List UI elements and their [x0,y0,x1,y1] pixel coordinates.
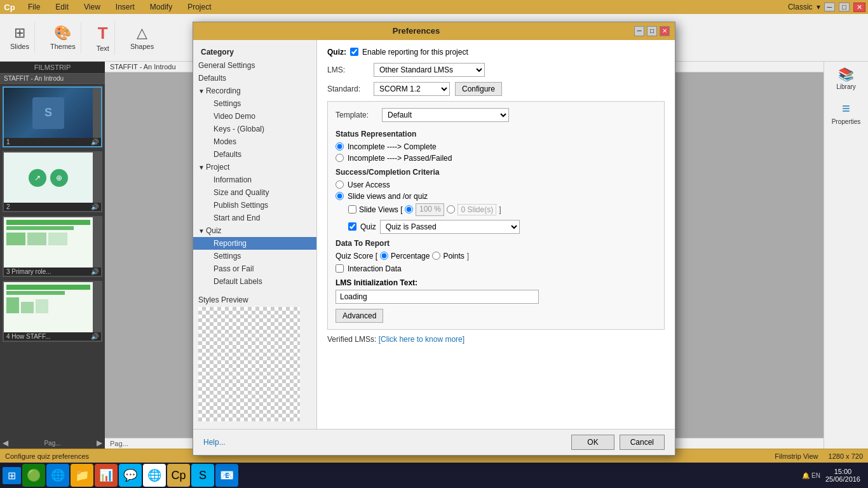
standard-row: Standard: SCORM 1.2 Configure [327,82,665,96]
tree-modes[interactable]: Modes [193,135,316,148]
menu-bar: Cp File Edit View Insert Modify Project … [0,0,868,14]
menu-file[interactable]: File [24,1,44,13]
success-title: Success/Completion Criteria [336,168,656,177]
quiz-dropdown[interactable]: Quiz is Passed [380,220,520,234]
taskbar-app-outlook[interactable]: 📧 [215,464,238,487]
tree-information[interactable]: Information [193,173,316,186]
dialog-maximize-btn[interactable]: □ [647,26,657,36]
tree-project[interactable]: ▼Project [193,161,316,173]
verified-lms-section: Verified LMSs: [Click here to know more] [327,335,665,344]
tree-start-end[interactable]: Start and End [193,212,316,224]
category-title: Category [193,45,316,59]
tree-size-quality[interactable]: Size and Quality [193,186,316,199]
lms-init-input[interactable] [336,290,539,304]
lms-init-label: LMS Initialization Text: [336,278,656,287]
maximize-btn[interactable]: □ [839,3,850,11]
taskbar-app-explorer[interactable]: 📁 [71,464,93,487]
close-btn[interactable]: ✕ [853,3,865,12]
dialog-title-bar: Preferences ─ □ ✕ [193,22,675,40]
slide-views-checkbox[interactable] [348,205,356,214]
score-pts-label: Points [443,252,464,261]
interaction-data-row: Interaction Data [336,264,656,273]
radio-ip-input[interactable] [336,154,344,162]
lms-select[interactable]: Other Standard LMSs [374,63,485,77]
tree-rec-defaults[interactable]: Defaults [193,148,316,161]
dialog-close-btn[interactable]: ✕ [660,26,670,36]
tree-publish-settings[interactable]: Publish Settings [193,199,316,212]
radio-sv-input[interactable] [336,192,344,200]
help-link[interactable]: Help... [203,438,226,447]
dialog-title: Preferences [198,26,634,36]
mode-label: Classic [788,3,813,11]
tree-default-labels[interactable]: Default Labels [193,275,316,288]
menu-edit[interactable]: Edit [51,1,72,13]
template-row: Template: Default [336,108,656,122]
radio-user-access: User Access [336,180,656,189]
advanced-row: Advanced [336,309,656,323]
radio-ua-input[interactable] [336,180,344,189]
lms-label: LMS: [327,65,369,74]
taskbar-app-captivate[interactable]: Cp [167,464,190,487]
taskbar-clock: 15:00 25/06/2016 [825,468,860,483]
menu-modify[interactable]: Modify [146,1,176,13]
taskbar-app-chrome[interactable]: 🌐 [143,464,166,487]
radio-ic-input[interactable] [336,142,344,151]
taskbar-app-ie[interactable]: 🌐 [46,464,69,487]
radio-sv-label: Slide views and /or quiz [348,192,428,201]
radio-incomplete-passed: Incomplete ----> Passed/Failed [336,154,656,163]
taskbar-app-store[interactable]: 🟢 [22,464,45,487]
tree-quiz[interactable]: ▼Quiz [193,224,316,237]
ok-button[interactable]: OK [571,435,614,450]
radio-ip-label: Incomplete ----> Passed/Failed [348,154,452,163]
tree-recording[interactable]: ▼Recording [193,85,316,97]
score-pts-radio[interactable] [432,252,440,260]
percent-value: 100 % [416,203,444,216]
template-label: Template: [336,111,377,119]
data-title: Data To Report [336,239,656,248]
sv-count-radio[interactable] [447,205,455,214]
minimize-btn[interactable]: ─ [824,3,836,11]
tree-pass-or-fail[interactable]: Pass or Fail [193,262,316,275]
tree-rec-settings[interactable]: Settings [193,97,316,110]
tree-reporting[interactable]: Reporting [193,237,316,250]
verified-lms-link[interactable]: [Click here to know more] [379,335,465,344]
menu-project[interactable]: Project [184,1,215,13]
score-pct-radio[interactable] [380,252,388,260]
project-arrow: ▼ [198,164,205,171]
sv-percent-radio[interactable] [405,205,413,214]
cancel-button[interactable]: Cancel [620,435,665,450]
score-bracket-close: ] [467,252,469,261]
dialog-body: Category General Settings Defaults ▼Reco… [193,40,675,429]
template-select[interactable]: Default [382,108,509,122]
recording-arrow: ▼ [198,88,205,95]
standard-select[interactable]: SCORM 1.2 [374,82,450,96]
radio-ic-label: Incomplete ----> Complete [348,142,437,151]
menu-insert[interactable]: Insert [112,1,139,13]
dialog-minimize-btn[interactable]: ─ [634,26,644,36]
interaction-data-checkbox[interactable] [336,264,344,273]
tree-video-demo[interactable]: Video Demo [193,110,316,123]
dialog-overlay: Preferences ─ □ ✕ Category General Setti… [0,14,868,463]
taskbar-app-skype1[interactable]: 💬 [119,464,142,487]
score-pct-label: Percentage [391,252,430,261]
tree-defaults[interactable]: Defaults [193,72,316,85]
tree-keys-global[interactable]: Keys - (Global) [193,123,316,135]
taskbar-app-ppt[interactable]: 📊 [95,464,118,487]
slide-views-label: Slide Views [ [359,205,402,214]
start-button[interactable]: ⊞ [3,467,21,484]
mode-dropdown[interactable]: ▾ [817,3,820,11]
taskbar-app-skype2[interactable]: S [191,464,214,487]
quiz-checkbox[interactable] [348,222,356,231]
taskbar-icons: 🔔 EN [802,472,820,479]
advanced-btn[interactable]: Advanced [336,309,383,323]
configure-btn[interactable]: Configure [455,82,502,96]
tree-quiz-settings[interactable]: Settings [193,250,316,262]
enable-reporting-checkbox[interactable] [350,48,358,56]
radio-incomplete-complete: Incomplete ----> Complete [336,142,656,151]
standard-label: Standard: [327,85,369,93]
styles-preview-area: Styles Preview [193,293,316,424]
tree-general-settings[interactable]: General Settings [193,59,316,72]
menu-view[interactable]: View [80,1,104,13]
dialog-controls: ─ □ ✕ [634,26,670,36]
taskbar: ⊞ 🟢 🌐 📁 📊 💬 🌐 Cp S 📧 🔔 EN 15:00 25/06/20… [0,463,868,488]
